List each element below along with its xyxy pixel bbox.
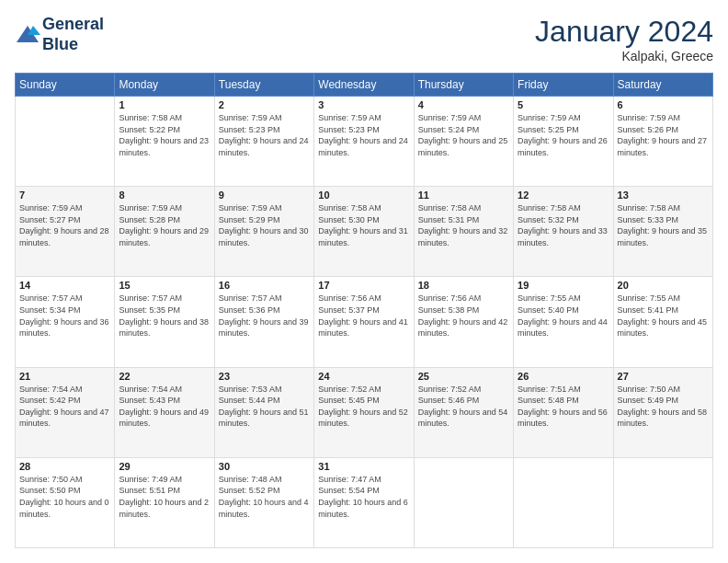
calendar-cell-r4c2: 30 Sunrise: 7:48 AMSunset: 5:52 PMDaylig… <box>214 457 313 547</box>
cell-info: Sunrise: 7:59 AMSunset: 5:27 PMDaylight:… <box>19 202 110 248</box>
logo-icon <box>15 22 40 48</box>
calendar-cell-r3c2: 23 Sunrise: 7:53 AMSunset: 5:44 PMDaylig… <box>214 367 313 457</box>
calendar-cell-r0c4: 4 Sunrise: 7:59 AMSunset: 5:24 PMDayligh… <box>414 97 513 187</box>
calendar-cell-r2c2: 16 Sunrise: 7:57 AMSunset: 5:36 PMDaylig… <box>214 277 313 367</box>
cell-info: Sunrise: 7:58 AMSunset: 5:22 PMDaylight:… <box>119 112 210 158</box>
cell-info: Sunrise: 7:50 AMSunset: 5:49 PMDaylight:… <box>618 384 709 430</box>
calendar-cell-r3c6: 27 Sunrise: 7:50 AMSunset: 5:49 PMDaylig… <box>613 367 712 457</box>
calendar-cell-r4c4 <box>414 457 513 547</box>
calendar-cell-r1c4: 11 Sunrise: 7:58 AMSunset: 5:31 PMDaylig… <box>414 187 513 277</box>
calendar-table: SundayMondayTuesdayWednesdayThursdayFrid… <box>15 73 713 548</box>
calendar-row-0: 1 Sunrise: 7:58 AMSunset: 5:22 PMDayligh… <box>16 97 713 187</box>
weekday-header-thursday: Thursday <box>414 74 513 97</box>
calendar-cell-r3c3: 24 Sunrise: 7:52 AMSunset: 5:45 PMDaylig… <box>314 367 414 457</box>
cell-info: Sunrise: 7:51 AMSunset: 5:48 PMDaylight:… <box>518 384 609 430</box>
cell-info: Sunrise: 7:58 AMSunset: 5:33 PMDaylight:… <box>618 202 709 248</box>
cell-day: 22 <box>119 371 210 382</box>
cell-info: Sunrise: 7:54 AMSunset: 5:42 PMDaylight:… <box>19 384 110 430</box>
cell-day: 13 <box>618 190 709 201</box>
cell-info: Sunrise: 7:55 AMSunset: 5:40 PMDaylight:… <box>518 293 609 339</box>
cell-day: 26 <box>518 371 609 382</box>
weekday-header-tuesday: Tuesday <box>214 74 313 97</box>
logo-line1: General <box>42 15 104 35</box>
cell-day: 19 <box>518 280 609 291</box>
calendar-cell-r4c0: 28 Sunrise: 7:50 AMSunset: 5:50 PMDaylig… <box>16 457 115 547</box>
cell-day: 29 <box>119 461 210 472</box>
cell-day: 27 <box>618 371 709 382</box>
cell-day: 5 <box>518 99 609 110</box>
calendar-cell-r2c3: 17 Sunrise: 7:56 AMSunset: 5:37 PMDaylig… <box>314 277 414 367</box>
cell-day: 31 <box>318 461 409 472</box>
cell-info: Sunrise: 7:53 AMSunset: 5:44 PMDaylight:… <box>219 384 310 430</box>
cell-info: Sunrise: 7:58 AMSunset: 5:30 PMDaylight:… <box>318 202 409 248</box>
cell-info: Sunrise: 7:57 AMSunset: 5:36 PMDaylight:… <box>219 293 310 339</box>
calendar-cell-r3c4: 25 Sunrise: 7:52 AMSunset: 5:46 PMDaylig… <box>414 367 513 457</box>
cell-day: 16 <box>219 280 310 291</box>
weekday-header-sunday: Sunday <box>16 74 115 97</box>
month-title: January 2024 <box>535 15 713 49</box>
calendar-cell-r0c5: 5 Sunrise: 7:59 AMSunset: 5:25 PMDayligh… <box>514 97 613 187</box>
location: Kalpaki, Greece <box>535 49 713 63</box>
calendar-cell-r1c0: 7 Sunrise: 7:59 AMSunset: 5:27 PMDayligh… <box>16 187 115 277</box>
calendar-cell-r0c2: 2 Sunrise: 7:59 AMSunset: 5:23 PMDayligh… <box>214 97 313 187</box>
calendar-cell-r3c5: 26 Sunrise: 7:51 AMSunset: 5:48 PMDaylig… <box>514 367 613 457</box>
cell-day: 20 <box>618 280 709 291</box>
cell-day: 28 <box>19 461 110 472</box>
calendar-cell-r4c5 <box>514 457 613 547</box>
calendar-cell-r1c1: 8 Sunrise: 7:59 AMSunset: 5:28 PMDayligh… <box>115 187 214 277</box>
calendar-cell-r0c1: 1 Sunrise: 7:58 AMSunset: 5:22 PMDayligh… <box>115 97 214 187</box>
calendar-cell-r1c2: 9 Sunrise: 7:59 AMSunset: 5:29 PMDayligh… <box>214 187 313 277</box>
cell-day: 30 <box>219 461 310 472</box>
calendar-cell-r4c1: 29 Sunrise: 7:49 AMSunset: 5:51 PMDaylig… <box>115 457 214 547</box>
page: General Blue January 2024 Kalpaki, Greec… <box>0 0 728 563</box>
logo-line2: Blue <box>42 35 104 55</box>
cell-info: Sunrise: 7:59 AMSunset: 5:24 PMDaylight:… <box>418 112 509 158</box>
cell-day: 18 <box>418 280 509 291</box>
cell-info: Sunrise: 7:59 AMSunset: 5:26 PMDaylight:… <box>618 112 709 158</box>
header: General Blue January 2024 Kalpaki, Greec… <box>15 15 713 63</box>
calendar-cell-r1c5: 12 Sunrise: 7:58 AMSunset: 5:32 PMDaylig… <box>514 187 613 277</box>
cell-day: 23 <box>219 371 310 382</box>
cell-info: Sunrise: 7:59 AMSunset: 5:23 PMDaylight:… <box>318 112 409 158</box>
weekday-header-row: SundayMondayTuesdayWednesdayThursdayFrid… <box>16 74 713 97</box>
cell-info: Sunrise: 7:56 AMSunset: 5:38 PMDaylight:… <box>418 293 509 339</box>
calendar-cell-r0c3: 3 Sunrise: 7:59 AMSunset: 5:23 PMDayligh… <box>314 97 414 187</box>
cell-day: 4 <box>418 99 509 110</box>
calendar-cell-r4c6 <box>613 457 712 547</box>
cell-day: 6 <box>618 99 709 110</box>
cell-info: Sunrise: 7:59 AMSunset: 5:29 PMDaylight:… <box>219 202 310 248</box>
calendar-cell-r3c0: 21 Sunrise: 7:54 AMSunset: 5:42 PMDaylig… <box>16 367 115 457</box>
calendar-row-1: 7 Sunrise: 7:59 AMSunset: 5:27 PMDayligh… <box>16 187 713 277</box>
calendar-cell-r3c1: 22 Sunrise: 7:54 AMSunset: 5:43 PMDaylig… <box>115 367 214 457</box>
cell-info: Sunrise: 7:58 AMSunset: 5:32 PMDaylight:… <box>518 202 609 248</box>
cell-info: Sunrise: 7:55 AMSunset: 5:41 PMDaylight:… <box>618 293 709 339</box>
calendar-cell-r4c3: 31 Sunrise: 7:47 AMSunset: 5:54 PMDaylig… <box>314 457 414 547</box>
cell-info: Sunrise: 7:59 AMSunset: 5:28 PMDaylight:… <box>119 202 210 248</box>
cell-info: Sunrise: 7:52 AMSunset: 5:46 PMDaylight:… <box>418 384 509 430</box>
cell-day: 15 <box>119 280 210 291</box>
cell-day: 12 <box>518 190 609 201</box>
cell-day: 25 <box>418 371 509 382</box>
cell-info: Sunrise: 7:56 AMSunset: 5:37 PMDaylight:… <box>318 293 409 339</box>
cell-info: Sunrise: 7:54 AMSunset: 5:43 PMDaylight:… <box>119 384 210 430</box>
cell-day: 9 <box>219 190 310 201</box>
cell-day: 2 <box>219 99 310 110</box>
calendar-cell-r0c0 <box>16 97 115 187</box>
cell-info: Sunrise: 7:50 AMSunset: 5:50 PMDaylight:… <box>19 474 110 520</box>
calendar-row-4: 28 Sunrise: 7:50 AMSunset: 5:50 PMDaylig… <box>16 457 713 547</box>
calendar-cell-r1c6: 13 Sunrise: 7:58 AMSunset: 5:33 PMDaylig… <box>613 187 712 277</box>
calendar-cell-r2c6: 20 Sunrise: 7:55 AMSunset: 5:41 PMDaylig… <box>613 277 712 367</box>
cell-day: 11 <box>418 190 509 201</box>
cell-info: Sunrise: 7:57 AMSunset: 5:34 PMDaylight:… <box>19 293 110 339</box>
logo: General Blue <box>15 15 104 54</box>
weekday-header-friday: Friday <box>514 74 613 97</box>
calendar-cell-r1c3: 10 Sunrise: 7:58 AMSunset: 5:30 PMDaylig… <box>314 187 414 277</box>
calendar-cell-r2c5: 19 Sunrise: 7:55 AMSunset: 5:40 PMDaylig… <box>514 277 613 367</box>
calendar-cell-r2c0: 14 Sunrise: 7:57 AMSunset: 5:34 PMDaylig… <box>16 277 115 367</box>
weekday-header-monday: Monday <box>115 74 214 97</box>
calendar-cell-r0c6: 6 Sunrise: 7:59 AMSunset: 5:26 PMDayligh… <box>613 97 712 187</box>
logo-text: General Blue <box>42 15 104 54</box>
cell-info: Sunrise: 7:59 AMSunset: 5:25 PMDaylight:… <box>518 112 609 158</box>
cell-day: 3 <box>318 99 409 110</box>
calendar-cell-r2c1: 15 Sunrise: 7:57 AMSunset: 5:35 PMDaylig… <box>115 277 214 367</box>
